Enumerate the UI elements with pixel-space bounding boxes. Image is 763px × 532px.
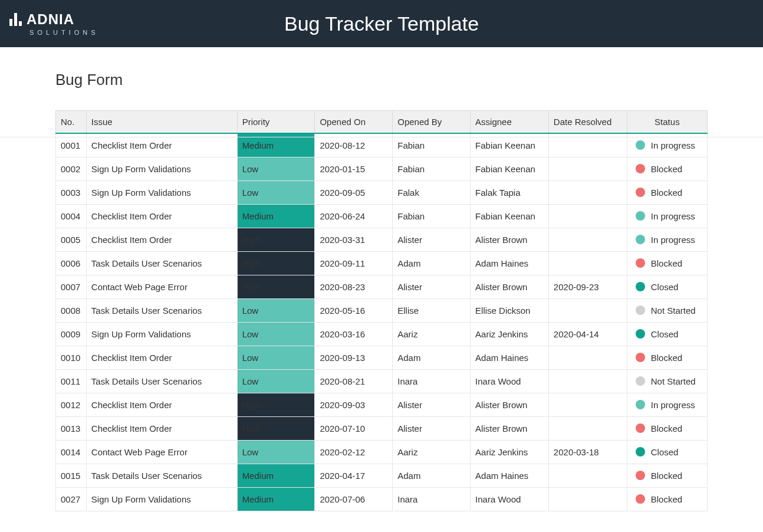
cell-status[interactable]: In progress	[627, 393, 707, 416]
cell-issue[interactable]: Sign Up Form Validations	[86, 322, 237, 346]
cell-opened-by[interactable]: Alister	[393, 393, 471, 416]
cell-assignee[interactable]: Aariz Jenkins	[471, 322, 549, 346]
col-header-no[interactable]: No.	[56, 111, 87, 134]
cell-priority[interactable]: High	[237, 416, 315, 440]
cell-status[interactable]: Not Started	[627, 369, 707, 393]
cell-date-resolved[interactable]	[548, 393, 627, 416]
table-row[interactable]: 0012Checklist Item OrderHigh2020-09-03Al…	[56, 393, 708, 416]
cell-assignee[interactable]: Falak Tapia	[471, 180, 549, 204]
cell-opened-on[interactable]: 2020-07-06	[315, 487, 393, 511]
cell-assignee[interactable]: Adam Haines	[471, 346, 549, 369]
table-row[interactable]: 0013Checklist Item OrderHigh2020-07-10Al…	[56, 416, 708, 440]
cell-priority[interactable]: Medium	[237, 487, 315, 511]
cell-assignee[interactable]: Alister Brown	[471, 275, 549, 298]
cell-opened-by[interactable]: Alister	[393, 275, 471, 298]
cell-opened-by[interactable]: Inara	[393, 487, 471, 511]
cell-no[interactable]: 0003	[56, 180, 87, 204]
cell-issue[interactable]: Task Details User Scenarios	[86, 251, 237, 275]
table-row[interactable]: 0008Task Details User ScenariosLow2020-0…	[56, 298, 708, 322]
cell-opened-by[interactable]: Fabian	[393, 157, 471, 180]
cell-opened-on[interactable]: 2020-03-31	[315, 228, 393, 251]
cell-opened-by[interactable]: Alister	[393, 228, 471, 251]
cell-priority[interactable]: High	[237, 251, 315, 275]
table-row[interactable]: 0002Sign Up Form ValidationsLow2020-01-1…	[56, 157, 708, 180]
col-header-opened-on[interactable]: Opened On	[315, 111, 393, 134]
cell-assignee[interactable]: Aariz Jenkins	[471, 440, 549, 464]
cell-status[interactable]: Blocked	[627, 346, 707, 369]
cell-date-resolved[interactable]	[548, 157, 627, 180]
cell-status[interactable]: Closed	[627, 322, 707, 346]
cell-opened-by[interactable]: Falak	[393, 180, 471, 204]
cell-opened-on[interactable]: 2020-04-17	[315, 464, 393, 487]
cell-priority[interactable]: Low	[237, 346, 315, 369]
cell-opened-on[interactable]: 2020-07-10	[315, 416, 393, 440]
cell-issue[interactable]: Sign Up Form Validations	[86, 180, 237, 204]
cell-no[interactable]: 0027	[56, 487, 87, 511]
col-header-opened-by[interactable]: Opened By	[393, 111, 471, 134]
cell-no[interactable]: 0004	[56, 204, 87, 228]
cell-date-resolved[interactable]	[548, 204, 627, 228]
cell-opened-on[interactable]: 2020-05-16	[315, 298, 393, 322]
table-row[interactable]: 0009Sign Up Form ValidationsLow2020-03-1…	[56, 322, 708, 346]
cell-status[interactable]: Blocked	[627, 416, 707, 440]
cell-issue[interactable]: Checklist Item Order	[86, 416, 237, 440]
cell-status[interactable]: Blocked	[627, 180, 707, 204]
cell-no[interactable]: 0002	[56, 157, 87, 180]
cell-assignee[interactable]: Alister Brown	[471, 228, 549, 251]
cell-opened-on[interactable]: 2020-06-24	[315, 204, 393, 228]
col-header-resolved[interactable]: Date Resolved	[548, 111, 627, 134]
cell-opened-on[interactable]: 2020-08-23	[315, 275, 393, 298]
cell-assignee[interactable]: Fabian Keenan	[471, 157, 549, 180]
cell-status[interactable]: In progress	[627, 228, 707, 251]
cell-date-resolved[interactable]	[548, 346, 627, 369]
cell-issue[interactable]: Sign Up Form Validations	[86, 157, 237, 180]
cell-opened-on[interactable]: 2020-09-03	[315, 393, 393, 416]
cell-priority[interactable]: High	[237, 228, 315, 251]
cell-status[interactable]: Not Started	[627, 298, 707, 322]
cell-opened-on[interactable]: 2020-09-05	[315, 180, 393, 204]
cell-priority[interactable]: Low	[237, 298, 315, 322]
cell-status[interactable]: In progress	[627, 204, 707, 228]
cell-no[interactable]: 0005	[56, 228, 87, 251]
cell-opened-on[interactable]: 2020-08-21	[315, 369, 393, 393]
table-row[interactable]: 0003Sign Up Form ValidationsLow2020-09-0…	[56, 180, 708, 204]
cell-assignee[interactable]: Fabian Keenan	[471, 204, 549, 228]
cell-opened-by[interactable]: Inara	[393, 369, 471, 393]
cell-status[interactable]: Blocked	[627, 464, 707, 487]
cell-priority[interactable]: Low	[237, 440, 315, 464]
cell-status[interactable]: Blocked	[627, 157, 707, 180]
cell-no[interactable]: 0009	[56, 322, 87, 346]
cell-issue[interactable]: Checklist Item Order	[86, 228, 237, 251]
cell-priority[interactable]: High	[237, 393, 315, 416]
cell-opened-on[interactable]: 2020-09-13	[315, 346, 393, 369]
col-header-assignee[interactable]: Assignee	[471, 111, 549, 134]
table-row[interactable]: 0007Contact Web Page ErrorHigh2020-08-23…	[56, 275, 708, 298]
cell-assignee[interactable]: Adam Haines	[471, 464, 549, 487]
cell-opened-by[interactable]: Adam	[393, 464, 471, 487]
cell-date-resolved[interactable]	[548, 298, 627, 322]
cell-no[interactable]: 0011	[56, 369, 87, 393]
cell-status[interactable]: Closed	[627, 440, 707, 464]
cell-opened-on[interactable]: 2020-02-12	[315, 440, 393, 464]
cell-opened-by[interactable]: Fabian	[393, 204, 471, 228]
cell-issue[interactable]: Task Details User Scenarios	[86, 298, 237, 322]
table-row[interactable]: 0014Contact Web Page ErrorLow2020-02-12A…	[56, 440, 708, 464]
table-row[interactable]: 0004Checklist Item OrderMedium2020-06-24…	[56, 204, 708, 228]
cell-date-resolved[interactable]	[548, 228, 627, 251]
cell-no[interactable]: 0014	[56, 440, 87, 464]
cell-no[interactable]: 0012	[56, 393, 87, 416]
cell-priority[interactable]: Medium	[237, 204, 315, 228]
cell-date-resolved[interactable]	[548, 487, 627, 511]
col-header-priority[interactable]: Priority	[237, 111, 315, 134]
cell-no[interactable]: 0010	[56, 346, 87, 369]
cell-priority[interactable]: Low	[237, 157, 315, 180]
cell-priority[interactable]: Low	[237, 322, 315, 346]
cell-no[interactable]: 0008	[56, 298, 87, 322]
cell-opened-by[interactable]: Aariz	[393, 322, 471, 346]
col-header-status[interactable]: Status	[627, 111, 707, 134]
cell-date-resolved[interactable]	[548, 251, 627, 275]
cell-status[interactable]: Blocked	[627, 487, 707, 511]
cell-issue[interactable]: Task Details User Scenarios	[86, 369, 237, 393]
cell-opened-by[interactable]: Ellise	[393, 298, 471, 322]
cell-opened-by[interactable]: Alister	[393, 416, 471, 440]
